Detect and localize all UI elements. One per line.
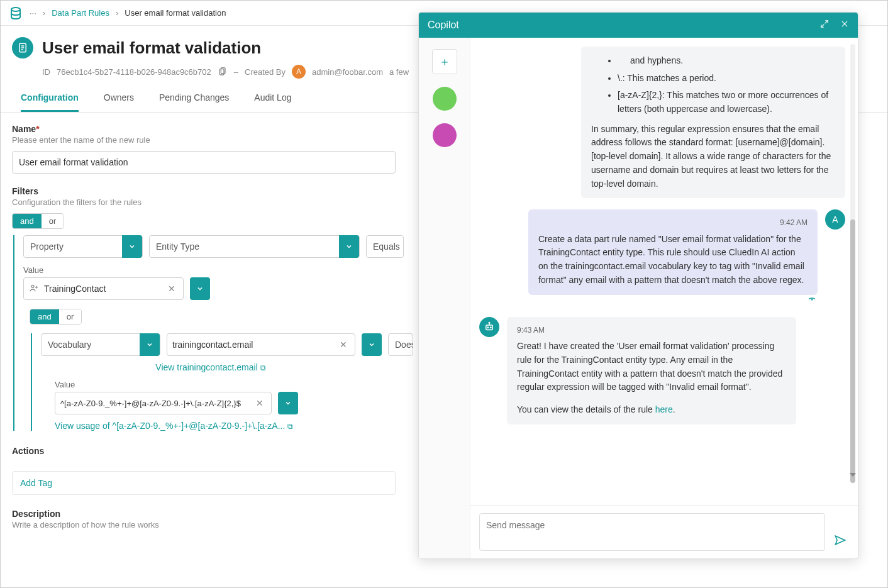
user-bubble: 9:42 AM Create a data part rule named "U… xyxy=(528,209,818,294)
entity-type-dropdown[interactable]: Entity Type xyxy=(149,235,360,258)
chat-thread-magenta[interactable] xyxy=(433,123,457,147)
bot-bubble-regex-explain: and hyphens. \.: This matches a period. … xyxy=(581,47,845,198)
chat-scroll[interactable]: and hyphens. \.: This matches a period. … xyxy=(470,38,858,505)
or-pill-nested[interactable]: or xyxy=(59,309,82,324)
chevron-down-icon[interactable] xyxy=(140,333,160,356)
svg-point-14 xyxy=(811,298,813,299)
external-link-icon: ⧉ xyxy=(287,422,293,431)
svg-point-17 xyxy=(491,327,492,328)
tab-audit-log[interactable]: Audit Log xyxy=(254,92,291,112)
name-input[interactable] xyxy=(12,151,396,174)
scrollbar-thumb[interactable] xyxy=(850,219,855,483)
user-avatar: A xyxy=(825,209,845,230)
view-vocab-link[interactable]: View trainingcontact.email ⧉ xyxy=(155,362,265,372)
chevron-right-icon: › xyxy=(116,8,118,18)
bot-summary: In summary, this regular expression ensu… xyxy=(591,123,835,191)
rule-icon xyxy=(12,37,33,58)
chevron-right-icon: › xyxy=(43,8,45,18)
breadcrumb-ellipsis[interactable]: ··· xyxy=(30,8,36,18)
scroll-down-icon[interactable] xyxy=(850,473,856,477)
user-timestamp: 9:42 AM xyxy=(538,217,808,229)
property-dropdown[interactable]: Property xyxy=(23,235,143,258)
add-tag-input[interactable]: Add Tag xyxy=(12,471,396,495)
bot-bubble-result: 9:43 AM Great! I have created the 'User … xyxy=(507,317,796,424)
vocab-dd-btn[interactable] xyxy=(362,333,382,356)
chat-thread-green[interactable] xyxy=(433,87,457,111)
and-pill[interactable]: and xyxy=(13,214,42,228)
bot-msg2-period: . xyxy=(673,404,675,414)
view-regex-usage-link[interactable]: View usage of ^[a-zA-Z0-9._%+-]+@[a-zA-Z… xyxy=(55,421,293,431)
andor-toggle[interactable]: and or xyxy=(12,213,64,229)
scrollbar[interactable] xyxy=(850,44,855,483)
meta-sep: – xyxy=(234,67,238,77)
bot-timestamp: 9:43 AM xyxy=(517,325,786,336)
compose-area xyxy=(470,505,858,558)
svg-line-11 xyxy=(821,25,824,28)
regex-dd-btn[interactable] xyxy=(278,392,298,414)
svg-point-19 xyxy=(489,322,490,323)
tab-owners[interactable]: Owners xyxy=(104,92,134,112)
value-training-input[interactable]: TrainingContact ✕ xyxy=(23,277,184,300)
person-plus-icon xyxy=(29,283,39,295)
bot-msg2-prefix: You can view the details of the rule xyxy=(517,404,655,414)
clear-icon[interactable]: ✕ xyxy=(165,284,178,294)
eye-icon[interactable] xyxy=(806,295,818,306)
chat-area: and hyphens. \.: This matches a period. … xyxy=(470,38,858,558)
vocab-value-input[interactable]: trainingcontact.email ✕ xyxy=(167,333,355,356)
external-link-icon: ⧉ xyxy=(260,363,266,372)
created-by-label: Created By xyxy=(245,67,286,77)
copilot-title: Copilot xyxy=(428,19,459,31)
vocabulary-dropdown[interactable]: Vocabulary xyxy=(41,333,160,356)
svg-point-0 xyxy=(11,8,20,11)
user-msg-text: Create a data part rule named "User emai… xyxy=(538,233,808,287)
and-pill-nested[interactable]: and xyxy=(30,309,59,324)
does-label: Does xyxy=(395,340,413,350)
clear-icon[interactable]: ✕ xyxy=(253,398,266,408)
operator-does[interactable]: Does xyxy=(388,333,413,356)
creator-avatar: A xyxy=(292,65,306,79)
svg-line-10 xyxy=(825,21,828,24)
id-label: ID xyxy=(42,67,50,77)
required-star: * xyxy=(36,124,39,134)
or-pill[interactable]: or xyxy=(42,214,64,228)
rule-here-link[interactable]: here xyxy=(655,404,673,414)
vocabulary-dd-label: Vocabulary xyxy=(42,340,97,350)
breadcrumb-parent[interactable]: Data Part Rules xyxy=(52,8,109,18)
equals-label: Equals xyxy=(373,241,400,252)
svg-point-16 xyxy=(487,327,489,328)
bot-msg2: You can view the details of the rule her… xyxy=(517,403,786,417)
regex-input[interactable]: ^[a-zA-Z0-9._%+-]+@[a-zA-Z0-9.-]+\.[a-zA… xyxy=(55,392,272,414)
clear-icon[interactable]: ✕ xyxy=(337,340,350,350)
entity-type-dd-label: Entity Type xyxy=(150,241,206,252)
creator-email: admin@foobar.com xyxy=(312,67,383,77)
app-logo-icon xyxy=(8,6,23,21)
view-regex-text: View usage of ^[a-zA-Z0-9._%+-]+@[a-zA-Z… xyxy=(55,421,285,431)
page-title: User email format validation xyxy=(42,38,261,58)
regex-text: ^[a-zA-Z0-9._%+-]+@[a-zA-Z0-9.-]+\.[a-zA… xyxy=(60,399,248,408)
bot-msg1: Great! I have created the 'User email fo… xyxy=(517,340,786,394)
send-button[interactable] xyxy=(831,531,849,551)
tab-pending-changes[interactable]: Pending Changes xyxy=(159,92,229,112)
expand-icon[interactable] xyxy=(820,19,829,31)
close-icon[interactable] xyxy=(840,19,849,31)
bot-bullet-3: [a-zA-Z]{2,}: This matches two or more o… xyxy=(618,89,835,116)
bot-avatar-icon xyxy=(479,317,499,337)
bot-bullet-1: and hyphens. xyxy=(630,55,683,65)
new-chat-button[interactable]: ＋ xyxy=(432,49,457,74)
tab-configuration[interactable]: Configuration xyxy=(21,92,79,112)
andor-toggle-nested[interactable]: and or xyxy=(30,309,82,325)
chevron-down-icon[interactable] xyxy=(122,235,142,258)
vocab-value-text: trainingcontact.email xyxy=(172,340,332,350)
add-tag-text: Add Tag xyxy=(20,478,52,488)
copy-icon[interactable] xyxy=(218,66,228,78)
breadcrumb-current: User email format validation xyxy=(125,8,226,18)
copilot-header: Copilot xyxy=(419,13,858,38)
value-dropdown-btn[interactable] xyxy=(190,277,210,300)
chevron-down-icon[interactable] xyxy=(339,235,359,258)
svg-point-7 xyxy=(31,285,34,287)
operator-equals[interactable]: Equals xyxy=(366,235,404,258)
message-input[interactable] xyxy=(479,513,825,551)
bot-bullet-2: \.: This matches a period. xyxy=(618,72,835,86)
property-dd-label: Property xyxy=(24,241,70,252)
id-value: 76ecb1c4-5b27-4118-b026-948ac9c6b702 xyxy=(57,67,211,77)
